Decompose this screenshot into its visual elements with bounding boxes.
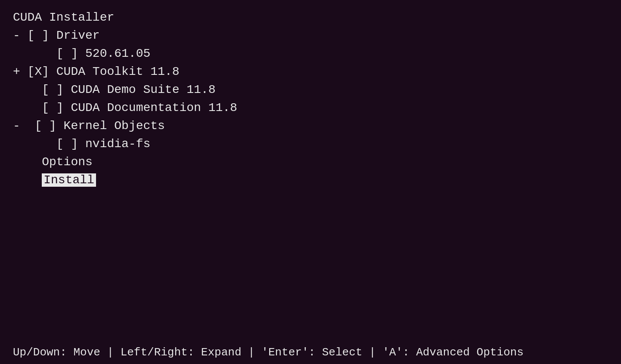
title-line: CUDA Installer [13,9,608,27]
driver-version-line[interactable]: [ ] 520.61.05 [13,45,608,63]
options-line[interactable]: Options [13,153,608,171]
kernel-objects-line[interactable]: - [ ] Kernel Objects [13,117,608,135]
cuda-docs-line[interactable]: [ ] CUDA Documentation 11.8 [13,99,608,117]
install-line[interactable]: Install [13,171,608,189]
status-bar-text: Up/Down: Move | Left/Right: Expand | 'En… [13,346,524,359]
cuda-demo-line[interactable]: [ ] CUDA Demo Suite 11.8 [13,81,608,99]
terminal-window: CUDA Installer - [ ] Driver [ ] 520.61.0… [0,0,621,364]
cuda-toolkit-line[interactable]: + [X] CUDA Toolkit 11.8 [13,63,608,81]
status-bar: Up/Down: Move | Left/Right: Expand | 'En… [0,341,621,364]
install-button[interactable]: Install [42,173,96,187]
driver-line[interactable]: - [ ] Driver [13,27,608,45]
nvidia-fs-line[interactable]: [ ] nvidia-fs [13,135,608,153]
